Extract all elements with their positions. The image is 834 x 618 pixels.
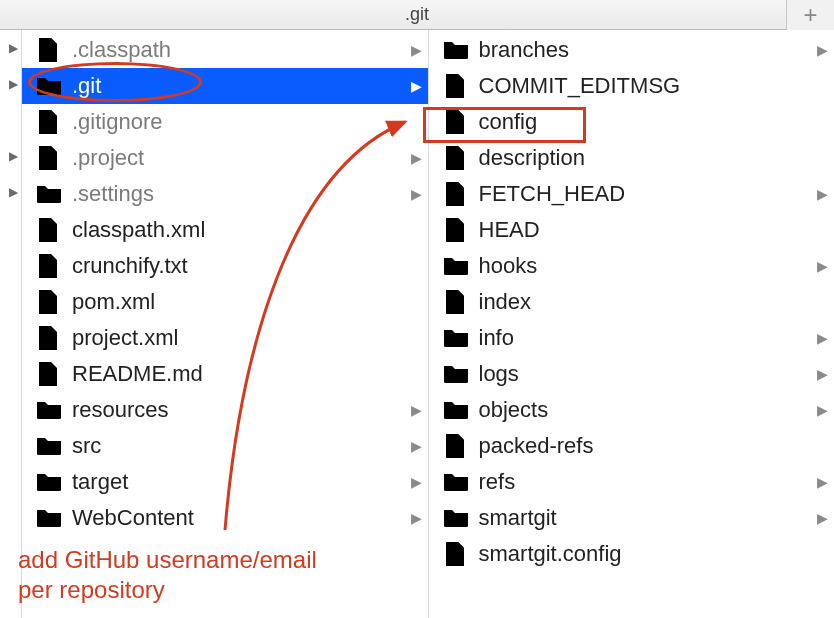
gutter-chevron (0, 390, 21, 426)
file-label: branches (479, 37, 570, 63)
xml-icon (34, 360, 64, 388)
chevron-right-icon: ▶ (817, 330, 828, 346)
file-icon (441, 180, 471, 208)
left-item--classpath[interactable]: .classpath▶ (22, 32, 428, 68)
chevron-right-icon: ▶ (9, 185, 18, 199)
right-item-objects[interactable]: objects▶ (429, 392, 835, 428)
left-item--project[interactable]: .project▶ (22, 140, 428, 176)
file-label: project.xml (72, 325, 178, 351)
file-label: index (479, 289, 532, 315)
folder-icon (441, 36, 471, 64)
file-label: .project (72, 145, 144, 171)
gutter-chevron (0, 426, 21, 462)
gutter-chevron (0, 246, 21, 282)
chevron-right-icon: ▶ (9, 41, 18, 55)
file-label: .gitignore (72, 109, 163, 135)
right-item-commit-editmsg[interactable]: COMMIT_EDITMSG (429, 68, 835, 104)
new-tab-button[interactable]: + (786, 0, 834, 30)
right-item-refs[interactable]: refs▶ (429, 464, 835, 500)
file-icon (441, 432, 471, 460)
file-label: config (479, 109, 538, 135)
left-item-resources[interactable]: resources▶ (22, 392, 428, 428)
file-label: classpath.xml (72, 217, 205, 243)
chevron-right-icon: ▶ (411, 438, 422, 454)
chevron-right-icon: ▶ (817, 186, 828, 202)
folder-icon (34, 396, 64, 424)
titlebar: .git + (0, 0, 834, 30)
left-item--git[interactable]: .git▶ (22, 68, 428, 104)
right-item-info[interactable]: info▶ (429, 320, 835, 356)
file-icon (441, 216, 471, 244)
folder-icon (34, 468, 64, 496)
folder-icon (441, 252, 471, 280)
gutter-chevron (0, 102, 21, 138)
gutter-chevron[interactable]: ▶ (0, 30, 21, 66)
folder-icon (34, 180, 64, 208)
chevron-right-icon: ▶ (9, 77, 18, 91)
left-item-target[interactable]: target▶ (22, 464, 428, 500)
right-item-smartgit-config[interactable]: smartgit.config (429, 536, 835, 572)
file-label: pom.xml (72, 289, 155, 315)
folder-icon (441, 468, 471, 496)
file-label: .settings (72, 181, 154, 207)
left-item-pom-xml[interactable]: pom.xml (22, 284, 428, 320)
right-item-hooks[interactable]: hooks▶ (429, 248, 835, 284)
gutter-chevron[interactable]: ▶ (0, 66, 21, 102)
file-icon (34, 108, 64, 136)
right-item-packed-refs[interactable]: packed-refs (429, 428, 835, 464)
column-left[interactable]: .classpath▶.git▶.gitignore.project▶.sett… (22, 30, 428, 618)
column-browser: ▶▶▶▶ .classpath▶.git▶.gitignore.project▶… (0, 30, 834, 618)
left-item-readme-md[interactable]: README.md (22, 356, 428, 392)
chevron-right-icon: ▶ (411, 42, 422, 58)
file-label: info (479, 325, 514, 351)
file-label: refs (479, 469, 516, 495)
left-item-classpath-xml[interactable]: classpath.xml (22, 212, 428, 248)
chevron-right-icon: ▶ (411, 150, 422, 166)
file-label: WebContent (72, 505, 194, 531)
right-item-fetch-head[interactable]: FETCH_HEAD▶ (429, 176, 835, 212)
file-icon (441, 72, 471, 100)
folder-icon (441, 396, 471, 424)
right-item-config[interactable]: config (429, 104, 835, 140)
chevron-right-icon: ▶ (411, 186, 422, 202)
folder-icon (34, 72, 64, 100)
gutter-chevron[interactable]: ▶ (0, 138, 21, 174)
file-label: src (72, 433, 101, 459)
folder-icon (441, 360, 471, 388)
left-item-project-xml[interactable]: project.xml (22, 320, 428, 356)
gutter-chevron (0, 282, 21, 318)
folder-icon (34, 504, 64, 532)
right-item-index[interactable]: index (429, 284, 835, 320)
file-label: smartgit.config (479, 541, 622, 567)
right-item-smartgit[interactable]: smartgit▶ (429, 500, 835, 536)
left-item-webcontent[interactable]: WebContent▶ (22, 500, 428, 536)
left-item--gitignore[interactable]: .gitignore (22, 104, 428, 140)
file-label: smartgit (479, 505, 557, 531)
right-item-description[interactable]: description (429, 140, 835, 176)
chevron-right-icon: ▶ (411, 474, 422, 490)
chevron-right-icon: ▶ (817, 258, 828, 274)
file-label: crunchify.txt (72, 253, 188, 279)
gutter-chevron (0, 498, 21, 534)
file-icon (441, 108, 471, 136)
left-item--settings[interactable]: .settings▶ (22, 176, 428, 212)
expand-gutter: ▶▶▶▶ (0, 30, 22, 618)
chevron-right-icon: ▶ (9, 149, 18, 163)
gutter-chevron[interactable]: ▶ (0, 174, 21, 210)
right-item-head[interactable]: HEAD (429, 212, 835, 248)
left-item-crunchify-txt[interactable]: crunchify.txt (22, 248, 428, 284)
file-label: .git (72, 73, 101, 99)
chevron-right-icon: ▶ (817, 510, 828, 526)
chevron-right-icon: ▶ (817, 42, 828, 58)
file-label: .classpath (72, 37, 171, 63)
file-label: packed-refs (479, 433, 594, 459)
left-item-src[interactable]: src▶ (22, 428, 428, 464)
file-label: logs (479, 361, 519, 387)
right-item-logs[interactable]: logs▶ (429, 356, 835, 392)
file-icon (34, 144, 64, 172)
column-right[interactable]: branches▶COMMIT_EDITMSGconfigdescription… (428, 30, 835, 618)
file-label: target (72, 469, 128, 495)
gutter-chevron (0, 210, 21, 246)
gutter-chevron (0, 462, 21, 498)
right-item-branches[interactable]: branches▶ (429, 32, 835, 68)
